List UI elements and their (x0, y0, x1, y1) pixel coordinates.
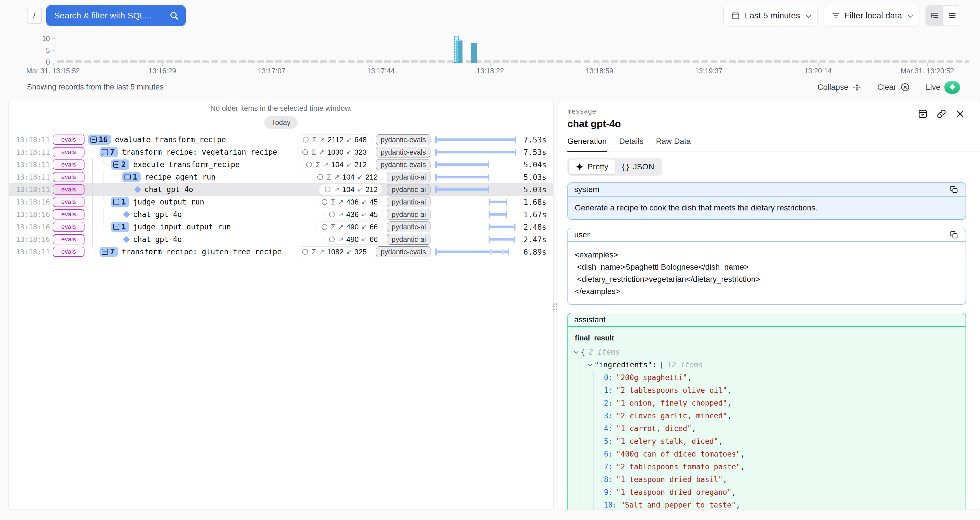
time-range-dropdown[interactable]: Last 5 minutes (723, 5, 817, 26)
service-badge[interactable]: evals (53, 135, 84, 145)
token-usage-pill: Σ↗104↙212 (312, 172, 383, 182)
chevron-down-icon (806, 12, 811, 18)
gantt-subspan-tick (490, 249, 492, 255)
token-usage-pill: Σ↗490↙66 (316, 222, 383, 232)
service-badge[interactable]: evals (53, 147, 84, 157)
array-index: 1: (604, 384, 613, 397)
json-ingredients-row[interactable]: "ingredients": [ 12 items (589, 358, 959, 371)
leaf-diamond-icon (123, 211, 130, 218)
trace-row[interactable]: 13:18:16evals1judge_output runΣ↗436↙45py… (9, 196, 553, 208)
instrumentation-tag: pydantic-evals (376, 159, 430, 170)
copy-link-icon[interactable] (936, 108, 947, 119)
ingredient-row: 2:"1 onion, finely chopped", (604, 397, 959, 409)
token-usage-pill: ↗104↙212 (319, 184, 383, 195)
span-label[interactable]: chat gpt-4o (133, 210, 182, 219)
search-button[interactable]: Search & filter with SQL... (46, 5, 186, 26)
collapse-count-badge[interactable]: 16 (88, 135, 111, 145)
output-tokens-arrow-icon: ↙ (361, 236, 367, 243)
ingredients-list: 0:"200g spaghetti",1:"2 tablespoons oliv… (593, 371, 959, 510)
ingredient-value: "1 teaspoon dried oregano" (616, 486, 732, 499)
duration-label: 5.03s (523, 173, 553, 182)
ingredient-row: 1:"2 tablespoons olive oil", (604, 384, 959, 397)
panel-resize-handle[interactable] (553, 302, 557, 311)
tree-view-button[interactable] (926, 6, 943, 25)
span-label[interactable]: execute transform_recipe (133, 160, 240, 169)
pretty-view-button[interactable]: Pretty (569, 159, 615, 174)
trace-row[interactable]: 13:18:11evals1recipe_agent runΣ↗104↙212p… (9, 171, 553, 183)
x-axis-tick (927, 63, 928, 66)
service-badge[interactable]: evals (53, 159, 84, 170)
collapse-count-badge[interactable]: 2 (111, 159, 129, 170)
collapse-count-badge[interactable]: 7 (100, 147, 118, 157)
tab-generation[interactable]: Generation (567, 137, 607, 152)
list-view-button[interactable] (943, 6, 961, 25)
trace-row[interactable]: 13:18:11evals7transform_recipe: vegetari… (9, 146, 553, 159)
empty-window-notice: No older items in the selected time wind… (9, 104, 553, 113)
live-toggle[interactable]: Live (926, 81, 960, 94)
expand-icon (102, 249, 108, 255)
span-label[interactable]: transform_recipe: gluten_free_recipe (122, 247, 282, 256)
tree-guide-line (92, 220, 93, 233)
span-label[interactable]: chat gpt-4o (144, 185, 193, 194)
json-root-row[interactable]: { 2 items (575, 346, 959, 358)
service-badge[interactable]: evals (53, 209, 84, 219)
collapse-count-badge[interactable]: 1 (111, 222, 129, 232)
x-axis-tick (818, 63, 819, 66)
service-badge[interactable]: evals (53, 184, 84, 195)
tokens-coin-icon (321, 198, 328, 206)
collapse-count-badge[interactable]: 7 (100, 247, 118, 257)
span-label[interactable]: judge_output run (133, 198, 204, 206)
scrollbar[interactable] (975, 161, 975, 506)
copy-icon[interactable] (948, 230, 959, 240)
copy-icon[interactable] (948, 184, 959, 195)
tab-details[interactable]: Details (619, 137, 644, 152)
span-label[interactable]: evaluate transform_recipe (115, 135, 226, 144)
trace-row[interactable]: 13:18:11evals7transform_recipe: gluten_f… (9, 246, 553, 258)
x-axis-tick-label: Mar 31. 13:20:52 (900, 67, 954, 75)
records-histogram[interactable]: 0510Mar 31. 13:15:5213:16:2913:17:0713:1… (0, 31, 980, 76)
service-badge[interactable]: evals (53, 222, 84, 232)
trace-row[interactable]: 13:18:16evalschat gpt-4o↗490↙66pydantic-… (9, 233, 553, 246)
filter-local-data-dropdown[interactable]: Filter local data (824, 5, 919, 26)
x-axis-tick (381, 63, 382, 66)
histogram-bar[interactable] (471, 43, 477, 63)
dock-panel-icon[interactable] (917, 108, 928, 119)
trace-row[interactable]: 13:18:11evals2execute transform_recipeΣ↗… (9, 159, 553, 171)
span-label[interactable]: recipe_agent run (145, 173, 215, 181)
view-mode-toggle (926, 5, 961, 26)
json-view-button[interactable]: { } JSON (615, 159, 661, 174)
service-badge[interactable]: evals (53, 247, 84, 257)
trace-tree-panel: No older items in the selected time wind… (8, 100, 554, 510)
output-tokens-arrow-icon: ↙ (357, 186, 363, 193)
search-icon (169, 11, 179, 21)
service-badge[interactable]: evals (53, 172, 84, 182)
trace-row[interactable]: 13:18:11evals16evaluate transform_recipe… (9, 133, 553, 146)
input-tokens: 104 (342, 173, 355, 182)
close-icon[interactable] (955, 108, 966, 119)
service-badge[interactable]: evals (53, 234, 84, 244)
trace-row[interactable]: 13:18:16evalschat gpt-4o↗436↙45pydantic-… (9, 208, 553, 220)
tree-elbow-connector (92, 245, 98, 252)
tree-elbow-connector (103, 195, 109, 202)
live-label: Live (926, 83, 940, 92)
clear-button[interactable]: Clear (877, 82, 910, 92)
trace-row[interactable]: 13:18:11evalschat gpt-4o↗104↙212pydantic… (9, 183, 553, 196)
span-label[interactable]: judge_input_output run (133, 223, 231, 231)
span-label[interactable]: chat gpt-4o (133, 235, 182, 244)
ingredient-value: "400g can of diced tomatoes" (616, 448, 740, 461)
x-axis-tick-label: 13:16:29 (149, 67, 176, 75)
chevron-down-icon (907, 12, 913, 18)
tab-raw-data[interactable]: Raw Data (656, 137, 691, 152)
tokens-coin-icon (328, 236, 336, 243)
span-label[interactable]: transform_recipe: vegetarian_recipe (122, 148, 277, 156)
collapse-button[interactable]: Collapse (818, 83, 861, 92)
x-axis-tick (162, 63, 163, 66)
collapse-count-badge[interactable]: 1 (122, 172, 141, 182)
collapse-count-badge[interactable]: 1 (111, 197, 129, 207)
ingredient-row: 9:"1 teaspoon dried oregano", (604, 486, 959, 499)
y-axis-tick-label: 0 (34, 58, 50, 66)
gantt-bar (489, 226, 515, 228)
trace-row[interactable]: 13:18:16evals1judge_input_output runΣ↗49… (9, 220, 553, 233)
message-cards-scroll[interactable]: system Generate a recipe to cook the dis… (558, 181, 980, 510)
service-badge[interactable]: evals (53, 197, 84, 207)
